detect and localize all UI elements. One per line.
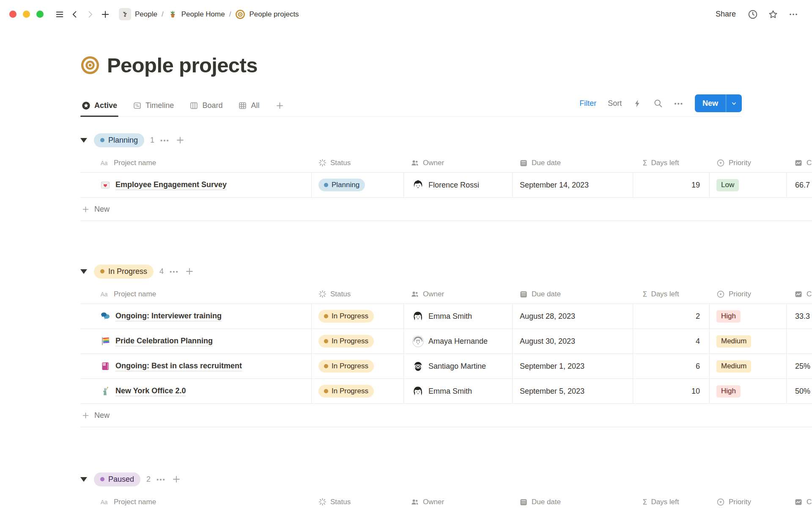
column-header-completion[interactable]: C	[787, 290, 812, 298]
status-cell[interactable]: Planning	[312, 173, 404, 197]
column-header-owner[interactable]: Owner	[404, 498, 513, 506]
status-cell[interactable]: In Progress	[312, 379, 404, 403]
search-icon[interactable]	[653, 99, 663, 108]
add-view-button[interactable]	[274, 96, 286, 116]
project-name-cell[interactable]: A+ Ongoing: Best in class recruitment	[80, 354, 312, 378]
group-options-button[interactable]: •••	[160, 137, 170, 144]
status-cell[interactable]: In Progress	[312, 304, 404, 329]
sidebar-toggle-button[interactable]	[52, 7, 67, 22]
project-name-link[interactable]: Employee Engagement Survey	[115, 180, 227, 190]
column-header-completion[interactable]: C	[787, 498, 812, 506]
sum-formula-icon: Σ	[642, 497, 647, 506]
group-count: 4	[159, 267, 164, 276]
sort-button[interactable]: Sort	[608, 99, 622, 108]
status-cell[interactable]: In Progress	[312, 354, 404, 378]
column-header-priority[interactable]: Priority	[710, 159, 787, 167]
close-window-button[interactable]	[9, 11, 16, 18]
tab-active[interactable]: Active	[80, 96, 118, 116]
column-header-priority[interactable]: Priority	[710, 498, 787, 506]
project-name-link[interactable]: New York Office 2.0	[115, 387, 186, 396]
group-add-button[interactable]	[185, 267, 194, 276]
zoom-window-button[interactable]	[36, 11, 44, 18]
breadcrumb-item-people-projects[interactable]: People projects	[232, 8, 302, 21]
group-add-button[interactable]	[176, 135, 185, 145]
column-header-project-name[interactable]: Aa Project name	[80, 498, 312, 506]
column-header-days-left[interactable]: Σ Days left	[633, 497, 710, 506]
priority-cell[interactable]: Medium	[710, 329, 787, 353]
group-status-pill[interactable]: In Progress	[94, 265, 154, 279]
group-options-button[interactable]: •••	[156, 476, 166, 483]
group-status-pill[interactable]: Paused	[94, 472, 140, 486]
column-header-project-name[interactable]: Aa Project name	[80, 290, 312, 298]
priority-cell[interactable]: Low	[710, 173, 787, 197]
column-header-status[interactable]: Status	[312, 290, 404, 298]
breadcrumb-item-people[interactable]: People	[115, 6, 161, 22]
page-content: People projects Active Timeline Board Al…	[80, 53, 742, 508]
due-date-cell[interactable]: September 1, 2023	[513, 354, 633, 378]
tab-all[interactable]: All	[237, 96, 261, 116]
column-header-days-left[interactable]: Σ Days left	[633, 290, 710, 298]
column-header-due-date[interactable]: Due date	[513, 498, 633, 506]
share-button[interactable]: Share	[711, 8, 740, 21]
new-row-button[interactable]: New	[80, 404, 812, 427]
owner-cell[interactable]: Emma Smith	[404, 304, 513, 329]
column-header-project-name[interactable]: Aa Project name	[80, 159, 312, 167]
tab-board[interactable]: Board	[188, 96, 224, 116]
owner-cell[interactable]: Emma Smith	[404, 379, 513, 403]
column-header-status[interactable]: Status	[312, 498, 404, 506]
collapse-triangle-icon[interactable]	[80, 477, 87, 482]
priority-cell[interactable]: Medium	[710, 354, 787, 378]
priority-cell[interactable]: High	[710, 304, 787, 329]
project-name-cell[interactable]: Pride Celebration Planning	[80, 329, 312, 353]
project-name-link[interactable]: Ongoing: Interviewer training	[115, 312, 222, 321]
column-header-owner[interactable]: Owner	[404, 290, 513, 298]
owner-cell[interactable]: Amaya Hernande	[404, 329, 513, 353]
project-name-link[interactable]: Ongoing: Best in class recruitment	[115, 362, 242, 371]
view-options-button[interactable]: •••	[674, 100, 683, 107]
back-button[interactable]	[67, 7, 82, 22]
project-name-cell[interactable]: Ongoing: Interviewer training	[80, 304, 312, 329]
owner-cell[interactable]: Santiago Martine	[404, 354, 513, 378]
new-record-button[interactable]: New	[695, 94, 726, 112]
group-add-button[interactable]	[172, 475, 181, 484]
target-icon[interactable]	[80, 55, 100, 75]
group-status-pill[interactable]: Planning	[94, 133, 144, 147]
column-header-status[interactable]: Status	[312, 159, 404, 167]
column-header-completion[interactable]: C	[787, 159, 812, 167]
new-row-button[interactable]: New	[80, 198, 812, 221]
minimize-window-button[interactable]	[23, 11, 30, 18]
project-name-link[interactable]: Pride Celebration Planning	[115, 337, 213, 346]
forward-button[interactable]	[82, 7, 98, 22]
priority-cell[interactable]: High	[710, 379, 787, 403]
collapse-triangle-icon[interactable]	[80, 138, 87, 143]
breadcrumb-item-people-home[interactable]: People Home	[165, 8, 228, 21]
due-date-cell[interactable]: August 30, 2023	[513, 329, 633, 353]
group-options-button[interactable]: •••	[170, 268, 179, 275]
due-date-cell[interactable]: September 5, 2023	[513, 379, 633, 403]
status-cell[interactable]: In Progress	[312, 329, 404, 353]
new-page-button[interactable]	[98, 7, 113, 22]
column-header-due-date[interactable]: Due date	[513, 159, 633, 167]
column-header-owner[interactable]: Owner	[404, 159, 513, 167]
hamburger-icon	[55, 10, 64, 19]
due-date-cell[interactable]: September 14, 2023	[513, 173, 633, 197]
filter-button[interactable]: Filter	[579, 99, 596, 108]
project-name-cell[interactable]: New York Office 2.0	[80, 379, 312, 403]
lightning-bolt-icon[interactable]	[633, 99, 642, 108]
updates-button[interactable]	[745, 7, 760, 22]
group-name: In Progress	[108, 267, 147, 276]
page-title[interactable]: People projects	[107, 53, 258, 77]
owner-cell[interactable]: Florence Rossi	[404, 173, 513, 197]
due-date-cell[interactable]: August 28, 2023	[513, 304, 633, 329]
favorite-button[interactable]	[765, 7, 781, 22]
more-options-button[interactable]	[786, 7, 801, 22]
column-header-days-left[interactable]: Σ Days left	[633, 158, 710, 167]
new-record-dropdown[interactable]	[726, 94, 742, 112]
collapse-triangle-icon[interactable]	[80, 269, 87, 274]
column-header-due-date[interactable]: Due date	[513, 290, 633, 298]
column-header-priority[interactable]: Priority	[710, 290, 787, 298]
owner-name: Emma Smith	[428, 387, 472, 396]
project-name-cell[interactable]: Employee Engagement Survey	[80, 173, 312, 197]
tab-label: Active	[94, 101, 117, 110]
tab-timeline[interactable]: Timeline	[132, 96, 175, 116]
